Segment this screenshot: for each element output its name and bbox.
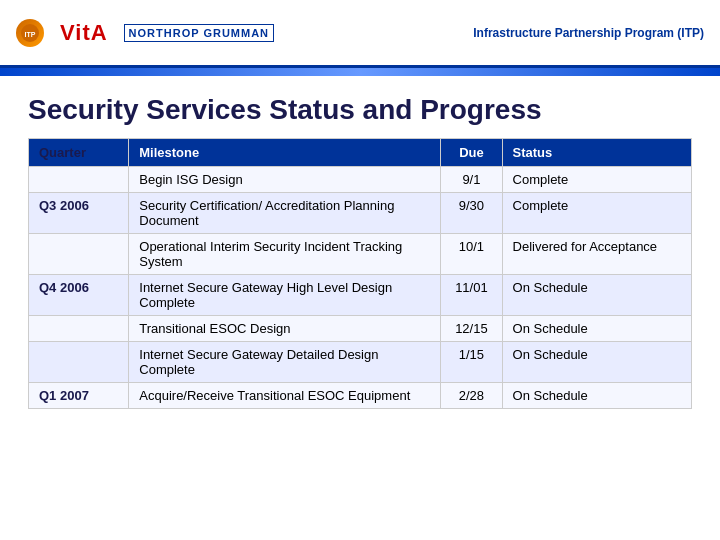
table-header: Quarter Milestone Due Status — [29, 139, 692, 167]
cell-milestone: Transitional ESOC Design — [129, 316, 441, 342]
cell-milestone: Security Certification/ Accreditation Pl… — [129, 193, 441, 234]
vita-logo: VitA — [60, 20, 108, 46]
ng-logo: NORTHROP GRUMMAN — [124, 24, 274, 42]
cell-status: On Schedule — [502, 275, 691, 316]
vita-text: VitA — [60, 20, 108, 46]
cell-due: 2/28 — [441, 383, 502, 409]
table-row: Begin ISG Design9/1Complete — [29, 167, 692, 193]
svg-text:ITP: ITP — [25, 31, 36, 38]
banner-bar — [0, 68, 720, 76]
cell-due: 9/30 — [441, 193, 502, 234]
col-header-status: Status — [502, 139, 691, 167]
cell-status: Delivered for Acceptance — [502, 234, 691, 275]
cell-milestone: Internet Secure Gateway Detailed Design … — [129, 342, 441, 383]
table-row: Internet Secure Gateway Detailed Design … — [29, 342, 692, 383]
status-table: Quarter Milestone Due Status Begin ISG D… — [28, 138, 692, 409]
col-header-quarter: Quarter — [29, 139, 129, 167]
cell-due: 12/15 — [441, 316, 502, 342]
col-header-due: Due — [441, 139, 502, 167]
cell-milestone: Acquire/Receive Transitional ESOC Equipm… — [129, 383, 441, 409]
logo-group: ITP VitA NORTHROP GRUMMAN — [16, 19, 473, 47]
cell-quarter: Q4 2006 — [29, 275, 129, 316]
col-header-milestone: Milestone — [129, 139, 441, 167]
cell-quarter: Q1 2007 — [29, 383, 129, 409]
program-title: Infrastructure Partnership Program (ITP) — [473, 26, 704, 40]
cell-due: 10/1 — [441, 234, 502, 275]
table-row: Transitional ESOC Design12/15On Schedule — [29, 316, 692, 342]
table-row: Q1 2007Acquire/Receive Transitional ESOC… — [29, 383, 692, 409]
cell-quarter: Q3 2006 — [29, 193, 129, 234]
cell-quarter — [29, 342, 129, 383]
cell-status: Complete — [502, 167, 691, 193]
infra-logo: ITP — [16, 19, 44, 47]
cell-quarter — [29, 167, 129, 193]
cell-quarter — [29, 234, 129, 275]
table-row: Q3 2006Security Certification/ Accredita… — [29, 193, 692, 234]
cell-status: On Schedule — [502, 342, 691, 383]
infra-icon: ITP — [16, 19, 44, 47]
cell-due: 11/01 — [441, 275, 502, 316]
cell-status: On Schedule — [502, 316, 691, 342]
cell-due: 1/15 — [441, 342, 502, 383]
cell-quarter — [29, 316, 129, 342]
ng-text: NORTHROP GRUMMAN — [124, 24, 274, 42]
cell-due: 9/1 — [441, 167, 502, 193]
header: ITP VitA NORTHROP GRUMMAN Infrastructure… — [0, 0, 720, 68]
cell-milestone: Begin ISG Design — [129, 167, 441, 193]
page-title: Security Services Status and Progress — [0, 76, 720, 138]
status-table-wrapper: Quarter Milestone Due Status Begin ISG D… — [0, 138, 720, 425]
cell-milestone: Internet Secure Gateway High Level Desig… — [129, 275, 441, 316]
cell-status: Complete — [502, 193, 691, 234]
table-body: Begin ISG Design9/1CompleteQ3 2006Securi… — [29, 167, 692, 409]
cell-milestone: Operational Interim Security Incident Tr… — [129, 234, 441, 275]
table-row: Q4 2006Internet Secure Gateway High Leve… — [29, 275, 692, 316]
cell-status: On Schedule — [502, 383, 691, 409]
table-row: Operational Interim Security Incident Tr… — [29, 234, 692, 275]
